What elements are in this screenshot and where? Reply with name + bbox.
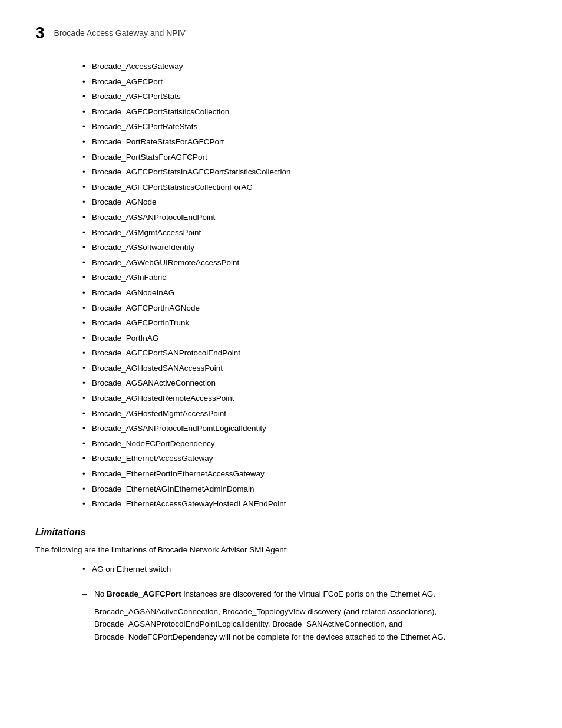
- sub-list: No Brocade_AGFCPort instances are discov…: [82, 588, 515, 643]
- sub-list-item: No Brocade_AGFCPort instances are discov…: [82, 588, 515, 601]
- limitations-intro: The following are the limitations of Bro…: [35, 543, 515, 556]
- bold-text: Brocade_AGFCPort: [107, 589, 181, 598]
- list-item: Brocade_AGFCPortStats: [82, 90, 515, 103]
- list-item: Brocade_PortStatsForAGFCPort: [82, 151, 515, 164]
- list-item: Brocade_EthernetPortInEthernetAccessGate…: [82, 467, 515, 480]
- list-item: Brocade_AGHostedRemoteAccessPoint: [82, 392, 515, 405]
- list-item: Brocade_PortRateStatsForAGFCPort: [82, 136, 515, 149]
- list-item: Brocade_NodeFCPortDependency: [82, 437, 515, 450]
- chapter-title: Brocade Access Gateway and NPIV: [54, 28, 186, 38]
- list-item: Brocade_EthernetAGInEthernetAdminDomain: [82, 483, 515, 496]
- list-item: Brocade_EthernetAccessGateway: [82, 452, 515, 465]
- list-item: Brocade_AGMgmtAccessPoint: [82, 226, 515, 239]
- sub-list-item: Brocade_AGSANActiveConnection, Brocade_T…: [82, 605, 515, 644]
- list-item: Brocade_AGFCPortStatisticsCollectionForA…: [82, 181, 515, 194]
- limitations-title: Limitations: [35, 527, 515, 538]
- list-item: Brocade_AGFCPortSANProtocolEndPoint: [82, 347, 515, 360]
- page-container: 3 Brocade Access Gateway and NPIV Brocad…: [0, 0, 562, 671]
- list-item: Brocade_AGFCPortRateStats: [82, 120, 515, 133]
- chapter-number: 3: [35, 24, 45, 42]
- list-item: Brocade_AGSANProtocolEndPointLogicalIden…: [82, 422, 515, 435]
- list-item: Brocade_AGFCPortInAGNode: [82, 302, 515, 315]
- list-item: Brocade_AGWebGUIRemoteAccessPoint: [82, 256, 515, 269]
- list-item: Brocade_AGSANActiveConnection: [82, 377, 515, 390]
- list-item: Brocade_AGFCPortStatsInAGFCPortStatistic…: [82, 166, 515, 179]
- list-item: Brocade_AGSoftwareIdentity: [82, 241, 515, 254]
- list-item: Brocade_AGFCPort: [82, 75, 515, 88]
- list-item: Brocade_AGInFabric: [82, 271, 515, 284]
- limitations-bullet-list: AG on Ethernet switch: [82, 563, 515, 576]
- list-item: AG on Ethernet switch: [82, 563, 515, 576]
- main-bullet-list: Brocade_AccessGatewayBrocade_AGFCPortBro…: [82, 60, 515, 510]
- list-item: Brocade_PortInAG: [82, 332, 515, 345]
- list-item: Brocade_AccessGateway: [82, 60, 515, 73]
- list-item: Brocade_AGHostedMgmtAccessPoint: [82, 407, 515, 420]
- page-header: 3 Brocade Access Gateway and NPIV: [35, 24, 515, 42]
- list-item: Brocade_AGNodeInAG: [82, 286, 515, 299]
- list-item: Brocade_AGSANProtocolEndPoint: [82, 211, 515, 224]
- list-item: Brocade_AGFCPortStatisticsCollection: [82, 106, 515, 118]
- limitations-section: Limitations The following are the limita…: [35, 527, 515, 644]
- list-item: Brocade_AGHostedSANAccessPoint: [82, 362, 515, 375]
- list-item: Brocade_AGNode: [82, 196, 515, 209]
- list-item: Brocade_EthernetAccessGatewayHostedLANEn…: [82, 498, 515, 510]
- list-item: Brocade_AGFCPortInTrunk: [82, 317, 515, 330]
